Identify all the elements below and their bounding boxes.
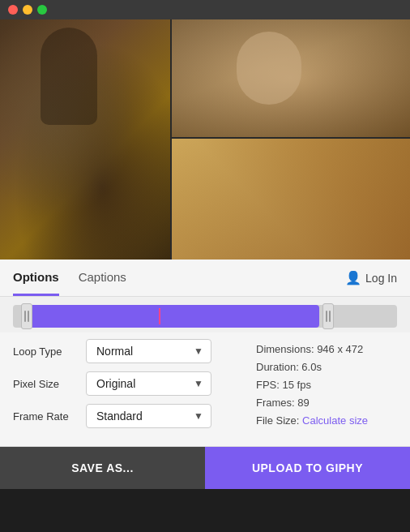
frame-rate-select-wrapper: Standard Double Half ▼ <box>86 404 211 428</box>
video-cell-main <box>0 19 170 260</box>
calculate-size-link[interactable]: Calculate size <box>302 414 368 427</box>
maximize-button[interactable] <box>37 5 47 15</box>
video-info-panel: Dimensions: 946 x 472 Duration: 6.0s FPS… <box>256 339 397 436</box>
bottom-buttons: SAVE AS... UPLOAD TO GIPHY <box>0 446 410 489</box>
fps-text: FPS: 15 fps <box>256 376 397 394</box>
trim-handle-right[interactable] <box>322 303 334 329</box>
frames-text: Frames: 89 <box>256 394 397 412</box>
video-cell-bottom-right <box>172 139 410 260</box>
pixel-size-label: Pixel Size <box>13 378 86 390</box>
dimensions-text: Dimensions: 946 x 472 <box>256 341 397 358</box>
video-preview <box>0 19 410 260</box>
video-cell-top-right <box>172 19 410 137</box>
left-options: Loop Type Normal Reverse Ping-Pong No Lo… <box>13 339 240 436</box>
frame-rate-select[interactable]: Standard Double Half <box>86 404 211 428</box>
slider-fill <box>28 305 319 328</box>
trim-handle-left[interactable] <box>21 303 32 329</box>
pixel-size-select-wrapper: Original Small Medium Large ▼ <box>86 371 211 396</box>
trim-slider-track[interactable] <box>13 305 397 328</box>
upload-to-giphy-button[interactable]: UPLOAD TO GIPHY <box>205 447 410 489</box>
trim-slider-area <box>0 297 410 332</box>
file-size-label: File Size: <box>256 414 299 427</box>
controls-panel: Options Captions 👤 Log In <box>0 260 410 489</box>
close-button[interactable] <box>8 5 18 15</box>
login-label: Log In <box>365 272 397 285</box>
frame-rate-label: Frame Rate <box>13 410 86 423</box>
pixel-size-row: Pixel Size Original Small Medium Large ▼ <box>13 371 240 396</box>
loop-type-select[interactable]: Normal Reverse Ping-Pong No Loop <box>86 339 211 363</box>
title-bar <box>0 0 410 19</box>
tab-captions[interactable]: Captions <box>79 260 126 296</box>
frame-rate-row: Frame Rate Standard Double Half ▼ <box>13 404 240 428</box>
minimize-button[interactable] <box>23 5 32 15</box>
options-section: Loop Type Normal Reverse Ping-Pong No Lo… <box>0 332 410 443</box>
save-as-button[interactable]: SAVE AS... <box>0 447 205 489</box>
pixel-size-select[interactable]: Original Small Medium Large <box>86 371 211 396</box>
file-size-row: File Size: Calculate size <box>256 412 397 430</box>
tab-options[interactable]: Options <box>13 260 59 296</box>
playhead-marker <box>159 308 160 324</box>
user-icon: 👤 <box>345 270 361 285</box>
duration-text: Duration: 6.0s <box>256 358 397 376</box>
loop-type-select-wrapper: Normal Reverse Ping-Pong No Loop ▼ <box>86 339 211 363</box>
login-button[interactable]: 👤 Log In <box>345 270 397 285</box>
loop-type-label: Loop Type <box>13 345 86 358</box>
loop-type-row: Loop Type Normal Reverse Ping-Pong No Lo… <box>13 339 240 363</box>
tab-bar: Options Captions 👤 Log In <box>0 260 410 297</box>
